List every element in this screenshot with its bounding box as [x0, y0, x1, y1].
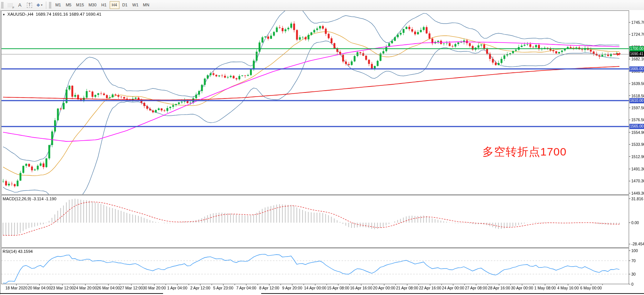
- price-level-badge: 1700.00: [629, 46, 644, 51]
- time-axis-label: 27 Apr 08:00: [465, 286, 487, 290]
- tool-text-button[interactable]: A: [15, 1, 24, 9]
- chart-symbol-period: XAUUSD-,H4: [7, 12, 34, 16]
- price-axis-tick: 1745.70: [631, 20, 644, 25]
- text-tool-icon: A: [18, 2, 22, 8]
- time-axis-label: 7 Apr 04:00: [236, 286, 256, 290]
- timeframe-m15-button[interactable]: M15: [74, 1, 86, 9]
- time-axis-label: 14 Apr 00:00: [304, 286, 326, 290]
- toolbar-grip[interactable]: [1, 2, 4, 9]
- timeframe-h4-button[interactable]: H4: [110, 1, 119, 9]
- current-price-badge: 1690.41: [629, 51, 644, 57]
- timeframe-buttons-group: M1M5M15M30H1H4D1W1MN: [53, 0, 151, 10]
- time-axis-label: 26 Mar 04:00: [97, 286, 120, 290]
- timeframe-mn-button[interactable]: MN: [141, 1, 151, 9]
- price-axis-tick: 1682.10: [631, 57, 644, 61]
- price-level-badge: 1665.00: [629, 66, 644, 72]
- dotted-grid-icon: F: [7, 3, 13, 7]
- time-axis-label: 15 Apr 08:00: [327, 286, 350, 290]
- toolbar-grip[interactable]: [49, 2, 51, 9]
- timeframe-m1-button[interactable]: M1: [53, 1, 63, 9]
- rsi-indicator-label: RSI(14) 43.1594: [3, 249, 33, 254]
- time-axis-label: 21 Apr 08:00: [396, 286, 418, 290]
- price-axis-tick: 1724.70: [631, 32, 644, 37]
- time-axis-label: 20 Apr 00:00: [373, 286, 396, 290]
- time-axis-label: 30 Apr 00:00: [511, 286, 533, 290]
- macd-axis-tick: 0.00: [631, 220, 639, 225]
- price-axis-tick: 1512.90: [631, 154, 644, 159]
- tool-text-label-button[interactable]: T: [25, 1, 34, 9]
- toolbar-separator: [46, 1, 46, 9]
- timeframe-m5-button[interactable]: M5: [64, 1, 74, 9]
- time-axis-label: 28 Apr 16:00: [488, 286, 510, 290]
- drawing-tools-group: FAT❖▾: [5, 0, 44, 10]
- price-level-badge: 1610.00: [629, 98, 644, 103]
- macd-indicator-label: MACD(12,26,9) -3.114 -1.190: [3, 197, 56, 201]
- timeframe-d1-button[interactable]: D1: [120, 1, 130, 9]
- mt4-terminal: FAT❖▾ M1M5M15M30H1H4D1W1MN ▾ XAUUSD-,H4 …: [0, 0, 644, 295]
- chart-caret-icon: ▾: [3, 13, 5, 16]
- price-axis-tick: 1618.50: [631, 94, 644, 98]
- timeframe-m30-button[interactable]: M30: [87, 1, 98, 9]
- time-axis-label: 1 May 08:00: [534, 286, 556, 290]
- time-axis-label: 2 Apr 12:00: [190, 286, 210, 290]
- time-axis-label: 16 Apr 16:00: [350, 286, 372, 290]
- time-axis-label: 27 Mar 12:00: [120, 286, 143, 290]
- time-axis-label: 24 Mar 20:00: [74, 286, 97, 290]
- time-axis-label: 5 Apr 23:00: [213, 286, 234, 290]
- time-axis-label: 24 Apr 00:00: [442, 286, 465, 290]
- time-axis-label: 22 Apr 16:00: [419, 286, 441, 290]
- time-axis-label: 23 Mar 12:00: [51, 286, 74, 290]
- timeframe-w1-button[interactable]: W1: [131, 1, 141, 9]
- chart-annotation-text: 多空转折点1700: [482, 144, 567, 160]
- tool-dotted-grid-button[interactable]: F: [6, 1, 15, 9]
- price-axis-tick: 1597.50: [631, 106, 644, 110]
- price-axis-tick: 1639.50: [631, 81, 644, 86]
- price-axis-tick: 1491.30: [631, 167, 644, 171]
- price-axis-tick: 1554.90: [631, 130, 644, 135]
- macd-axis-tick: -28.454: [631, 242, 644, 246]
- time-axis-label: 9 Apr 20:00: [282, 286, 302, 290]
- price-axis-tick: 1470.30: [631, 179, 644, 183]
- shapes-tool-icon: ❖: [36, 3, 40, 8]
- tool-shapes-button[interactable]: ❖▾: [35, 1, 44, 9]
- text-label-tool-icon: T: [27, 3, 32, 8]
- toolbar: FAT❖▾ M1M5M15M30H1H4D1W1MN: [0, 0, 644, 10]
- chart-title[interactable]: ▾ XAUUSD-,H4 1689.74 1691.16 1689.47 169…: [3, 12, 101, 16]
- price-axis-tick: 1576.50: [631, 117, 644, 122]
- price-axis-tick: 1533.90: [631, 142, 644, 147]
- rsi-axis-tick: 70: [631, 258, 636, 263]
- chart-ohlc-values: 1689.74 1691.16 1689.47 1690.41: [36, 12, 101, 16]
- chart-window: ▾ XAUUSD-,H4 1689.74 1691.16 1689.47 169…: [0, 10, 644, 295]
- macd-axis-tick: 31.816: [631, 197, 643, 201]
- time-axis-label: 8 Apr 12:00: [259, 286, 279, 290]
- time-axis-label: 18 Mar 2020: [6, 286, 28, 290]
- chevron-down-icon: ▾: [41, 3, 43, 7]
- time-axis-label: 1 Apr 04:00: [167, 286, 187, 290]
- price-level-badge: 1565.00: [629, 124, 644, 129]
- timeframe-h1-button[interactable]: H1: [99, 1, 109, 9]
- rsi-axis-tick: 100: [631, 248, 638, 253]
- time-axis-label: 20 Mar 04:00: [28, 286, 51, 290]
- rsi-axis-tick: 0: [631, 282, 634, 286]
- time-axis-label: 4 May 16:00: [557, 286, 579, 290]
- price-axis-tick: 1449.30: [631, 191, 644, 195]
- rsi-axis-tick: 30: [631, 272, 636, 276]
- time-axis-label: 30 Mar 20:00: [143, 286, 166, 290]
- time-axis-label: 6 May 00:00: [580, 286, 602, 290]
